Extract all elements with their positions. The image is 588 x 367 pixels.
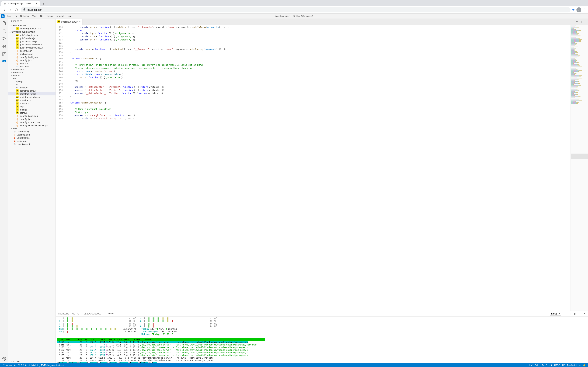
svg-point-0 (3, 30, 5, 32)
bookmark-star-icon[interactable]: ★ (572, 8, 575, 12)
settings-gear-icon[interactable] (0, 355, 8, 362)
debug-activity-icon[interactable] (0, 43, 8, 50)
forward-button[interactable] (8, 7, 13, 12)
close-icon[interactable]: ✕ (79, 20, 81, 23)
split-editor-icon[interactable]: ◫ (580, 20, 582, 23)
menu-view[interactable]: View (31, 14, 39, 18)
close-icon[interactable]: ✕ (35, 2, 38, 5)
file-item[interactable]: JScli.js (8, 105, 56, 108)
folder-item[interactable]: ›test (8, 127, 56, 130)
file-item[interactable]: {}tsconfig.strictNullChecks.json (8, 124, 56, 127)
search-activity-icon[interactable] (0, 27, 8, 34)
back-button[interactable] (2, 7, 7, 12)
file-item[interactable]: JSmain.js (8, 108, 56, 111)
file-item[interactable]: JSbootstrap.js (8, 99, 56, 102)
open-editor-item[interactable]: ✕ JS bootstrap-fork.js src (8, 27, 56, 30)
feedback-icon[interactable]: ☺ (578, 363, 582, 367)
scm-activity-icon[interactable] (0, 35, 8, 42)
file-item[interactable]: {}tsconfig.build.json (8, 56, 56, 59)
menu-help[interactable]: Help (66, 14, 73, 18)
more-actions-icon[interactable]: ⋯ (584, 20, 586, 23)
activity-bar: Off (0, 19, 8, 363)
file-item[interactable]: ⚙.mention-bot (8, 142, 56, 146)
panel-tab-debug-console[interactable]: DEBUG CONSOLE (84, 311, 101, 316)
kill-terminal-icon[interactable]: 🗑 (573, 312, 576, 315)
split-terminal-icon[interactable]: ◫ (569, 312, 571, 315)
menu-selection[interactable]: Selection (19, 14, 31, 18)
file-item[interactable]: JSbootstrap-amd.js (8, 89, 56, 92)
file-item[interactable]: {}tsconfig.base.json (8, 114, 56, 117)
new-terminal-icon[interactable]: ＋ (563, 312, 566, 315)
terminal[interactable]: 1 [||||||||| 17.8%] 5 [|||||||||||||||||… (56, 317, 588, 363)
menu-file[interactable]: File (6, 14, 12, 18)
notifications-icon[interactable]: 🔔 (582, 363, 587, 367)
code-editor[interactable]: console.warn = function () { safeSend({ … (64, 25, 571, 311)
menu-debug[interactable]: Debug (44, 14, 54, 18)
file-item[interactable]: {}jsconfig.json (8, 49, 56, 52)
folder-item[interactable]: ›extensions (8, 68, 56, 71)
file-item[interactable]: {}tsconfig.monaco.json (8, 121, 56, 124)
menu-terminal[interactable]: Terminal (54, 14, 65, 18)
maximize-panel-icon[interactable]: ⌃ (579, 312, 581, 315)
file-item[interactable]: {}tslint.json (8, 62, 56, 65)
file-item[interactable]: JSpaths.js (8, 111, 56, 114)
close-panel-icon[interactable]: ✕ (583, 312, 586, 315)
file-item[interactable]: ◆.gitignore (8, 139, 56, 142)
new-tab-button[interactable]: + (41, 1, 46, 6)
file-item[interactable]: JSbootstrap-window.js (8, 95, 56, 99)
file-item[interactable]: ◆.gitattributes (8, 136, 56, 139)
folder-item[interactable]: ›resources (8, 71, 56, 74)
file-item[interactable]: JSgulpfile.hygiene.js (8, 33, 56, 37)
browser-tab[interactable]: ◈ bootstrap-fork.js — Untitled (W ✕ (1, 1, 40, 6)
panel-tab-terminal[interactable]: TERMINAL (104, 311, 115, 316)
menu-go[interactable]: Go (39, 14, 44, 18)
folder-item[interactable]: ›typings (8, 80, 56, 83)
chevron-icon: › (13, 81, 15, 83)
file-item[interactable]: ⌁yarn.lock (8, 65, 56, 68)
browser-menu-icon[interactable]: ⋮ (583, 8, 586, 12)
cursor-position-status[interactable]: Ln 1, Col 1 (528, 363, 541, 367)
explorer-activity-icon[interactable] (0, 20, 8, 27)
file-item[interactable]: {}tsconfig.json (8, 117, 56, 121)
file-item[interactable]: JSgulpfile.vscode.win32.js (8, 46, 56, 49)
profile-avatar[interactable]: J (576, 7, 581, 12)
file-item[interactable]: JSbuildfile.js (8, 102, 56, 105)
editor-tab[interactable]: JS bootstrap-fork.js ✕ (56, 19, 83, 25)
file-item[interactable]: JSgulpfile.vscode.js (8, 40, 56, 43)
browser-chrome: ◈ bootstrap-fork.js — Untitled (W ✕ + id… (0, 0, 588, 14)
svg-point-2 (3, 39, 3, 40)
problems-status[interactable]: ⓧ0 ⚠0 (17, 363, 27, 367)
json-file-icon: {} (16, 59, 18, 62)
minimap[interactable] (571, 25, 588, 311)
sync-status[interactable]: ⟳ (13, 363, 17, 367)
folder-item[interactable]: ›scripts (8, 74, 56, 77)
address-bar[interactable]: ide.coder.com (21, 7, 571, 12)
language-status[interactable]: ⟳ Initializing JS/TS language features (27, 363, 65, 367)
reload-button[interactable] (14, 7, 19, 12)
file-item[interactable]: JSbootstrap-fork.js (8, 92, 56, 95)
panel-tab-output[interactable]: OUTPUT (73, 311, 81, 316)
menu-edit[interactable]: Edit (12, 14, 19, 18)
eol-status[interactable]: LF (561, 363, 566, 367)
file-item[interactable]: {}package.json (8, 52, 56, 56)
file-item[interactable]: {}.eslintrc.json (8, 133, 56, 136)
workspace-header[interactable]: ⌄ UNTITLED (WORKSPACE) (8, 31, 56, 33)
terminal-selector[interactable]: 1: htop (550, 312, 561, 316)
minimap-viewport[interactable] (571, 154, 588, 159)
compare-changes-icon[interactable]: ⟲ (576, 20, 578, 23)
folder-item[interactable]: ⌄src (8, 77, 56, 80)
language-mode-status[interactable]: JavaScript (566, 363, 578, 367)
file-item[interactable]: JSgulpfile.vscode.linux.js (8, 43, 56, 46)
folder-item[interactable]: ›vs (8, 83, 56, 86)
git-branch-status[interactable]: master (1, 363, 13, 367)
encoding-status[interactable]: UTF-8 (553, 363, 561, 367)
panel-tab-problems[interactable]: PROBLEMS (58, 311, 69, 316)
file-item[interactable]: ⚙.eslintrc (8, 86, 56, 89)
file-item[interactable]: {}tsconfig.json (8, 59, 56, 62)
extensions-activity-icon[interactable] (0, 50, 8, 58)
file-item[interactable]: JSgulpfile.mixin.js (8, 37, 56, 40)
indentation-status[interactable]: Tab Size: 4 (541, 363, 553, 367)
open-editors-header[interactable]: ⌄ OPEN EDITORS (8, 24, 56, 27)
outline-header[interactable]: › OUTLINE (8, 360, 56, 363)
file-item[interactable]: ⚙.editorconfig (8, 130, 56, 133)
